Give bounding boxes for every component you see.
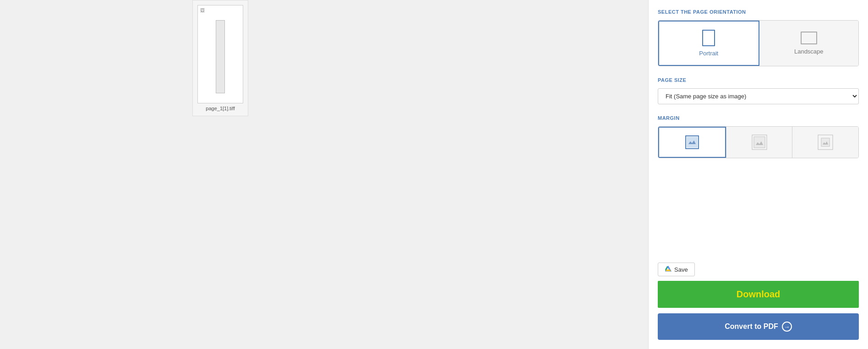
google-drive-icon <box>665 266 672 273</box>
save-btn-container: Save <box>658 263 859 276</box>
save-button[interactable]: Save <box>658 263 695 276</box>
orientation-buttons: Portrait Landscape <box>658 20 859 66</box>
preview-area: 🖼 page_1[1].tiff <box>0 0 648 349</box>
portrait-label: Portrait <box>699 50 718 57</box>
image-thumb-inner <box>216 20 225 93</box>
orientation-label: SELECT THE PAGE ORIENTATION <box>658 9 859 15</box>
portrait-icon <box>702 30 715 46</box>
margin-small-icon <box>751 134 768 150</box>
convert-label: Convert to PDF <box>725 322 778 331</box>
download-button[interactable]: Download <box>658 281 859 308</box>
portrait-button[interactable]: Portrait <box>658 21 759 66</box>
margin-none-icon <box>684 134 700 150</box>
download-label: Download <box>737 289 781 299</box>
landscape-label: Landscape <box>794 48 824 55</box>
broken-image-icon: 🖼 <box>200 8 205 13</box>
image-thumb: 🖼 <box>197 5 243 103</box>
page-size-section: PAGE SIZE Fit (Same page size as image) … <box>658 77 859 104</box>
margin-label: MARGIN <box>658 115 859 121</box>
convert-to-pdf-button[interactable]: Convert to PDF → <box>658 313 859 340</box>
margin-large-icon <box>817 134 834 150</box>
margin-small-button[interactable] <box>726 127 792 158</box>
margin-section: MARGIN <box>658 115 859 158</box>
image-preview-container: 🖼 page_1[1].tiff <box>192 0 248 116</box>
margin-none-button[interactable] <box>658 127 726 158</box>
page-size-select[interactable]: Fit (Same page size as image) A4 Letter … <box>658 88 859 104</box>
svg-rect-9 <box>821 138 830 146</box>
svg-rect-6 <box>754 137 765 148</box>
save-label: Save <box>674 266 688 273</box>
margin-buttons <box>658 126 859 158</box>
landscape-icon <box>801 32 817 44</box>
image-filename: page_1[1].tiff <box>206 106 235 111</box>
right-panel: SELECT THE PAGE ORIENTATION Portrait Lan… <box>648 0 868 349</box>
spacer <box>658 169 859 263</box>
page-size-label: PAGE SIZE <box>658 77 859 83</box>
arrow-circle-icon: → <box>782 322 792 332</box>
svg-rect-2 <box>687 137 698 148</box>
landscape-button[interactable]: Landscape <box>759 21 859 66</box>
orientation-section: SELECT THE PAGE ORIENTATION Portrait Lan… <box>658 9 859 66</box>
margin-large-button[interactable] <box>792 127 858 158</box>
